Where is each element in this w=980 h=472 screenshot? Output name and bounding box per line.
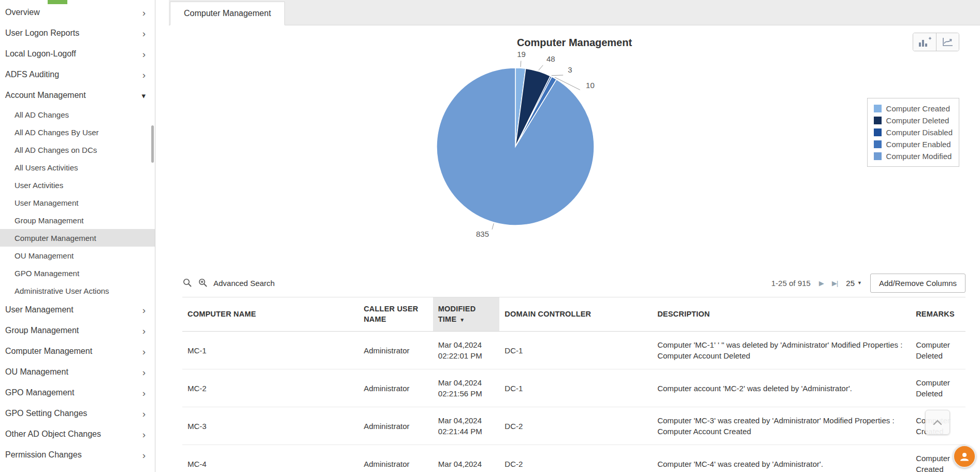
- sidebar-item-local-logon-logoff[interactable]: Local Logon-Logoff›: [0, 44, 155, 64]
- chevron-right-icon: ›: [142, 430, 146, 439]
- cell-caller-user-name: Administrator: [358, 407, 433, 445]
- table-row[interactable]: MC-4AdministratorMar 04,2024DC-2Computer…: [182, 445, 965, 472]
- sidebar-scrollbar-thumb[interactable]: [151, 125, 154, 163]
- last-page-icon[interactable]: ▶|: [832, 279, 838, 287]
- cell-computer-name: MC-1: [182, 332, 358, 369]
- sidebar-item-label: All AD Changes on DCs: [15, 146, 97, 154]
- chevron-right-icon: ›: [142, 49, 146, 59]
- chevron-right-icon: ›: [142, 367, 146, 377]
- search-icon[interactable]: [182, 278, 193, 288]
- sidebar-item-administrative-user-actions[interactable]: Administrative User Actions: [0, 282, 155, 299]
- sidebar-item-all-users-activities[interactable]: All Users Activities: [0, 159, 155, 176]
- sidebar-item-permission-changes[interactable]: Permission Changes›: [0, 445, 155, 465]
- sidebar-item-gpo-management[interactable]: GPO Management›: [0, 382, 155, 403]
- page-size-value: 25: [846, 279, 855, 288]
- legend-swatch: [874, 105, 882, 112]
- sidebar-item-user-logon-reports[interactable]: User Logon Reports›: [0, 23, 155, 44]
- cell-modified-time: Mar 04,2024: [433, 445, 500, 472]
- legend-item-computer-modified: Computer Modified: [874, 150, 953, 162]
- tab-computer-management[interactable]: Computer Management: [170, 2, 285, 25]
- main-content: Computer Management Computer Management: [155, 0, 980, 472]
- chevron-right-icon: ›: [142, 28, 146, 38]
- app-root: Overview›User Logon Reports›Local Logon-…: [0, 0, 980, 472]
- table-row[interactable]: MC-3AdministratorMar 04,2024 02:21:44 PM…: [182, 407, 965, 445]
- table-header-row: COMPUTER NAMECALLER USER NAMEMODIFIED TI…: [182, 297, 965, 332]
- cell-computer-name: MC-2: [182, 369, 358, 407]
- sidebar-item-group-management[interactable]: Group Management›: [0, 320, 155, 341]
- pie-slice-value-label: 3: [568, 65, 572, 74]
- report-table-panel: Advanced Search 1-25 of 915 ▶ ▶| 25 ▼ Ad…: [169, 269, 980, 472]
- sidebar-item-label: All AD Changes: [15, 110, 69, 119]
- sidebar-item-computer-management[interactable]: Computer Management›: [0, 341, 155, 362]
- sidebar-item-computer-management[interactable]: Computer Management: [0, 229, 155, 247]
- scroll-to-top-button[interactable]: [925, 410, 950, 435]
- sidebar-item-user-activities[interactable]: User Activities: [0, 176, 155, 194]
- sidebar-item-label: All Users Activities: [15, 163, 78, 172]
- legend-label: Computer Enabled: [886, 140, 951, 149]
- column-header-computer-name[interactable]: COMPUTER NAME: [182, 297, 358, 332]
- report-table: COMPUTER NAMECALLER USER NAMEMODIFIED TI…: [182, 297, 965, 472]
- sidebar-item-label: ADFS Auditing: [5, 70, 59, 79]
- sidebar-item-label: GPO Management: [15, 269, 79, 278]
- table-toolbar: Advanced Search 1-25 of 915 ▶ ▶| 25 ▼ Ad…: [182, 269, 965, 297]
- table-row[interactable]: MC-2AdministratorMar 04,2024 02:21:56 PM…: [182, 369, 965, 407]
- sidebar-item-gpo-management[interactable]: GPO Management: [0, 264, 155, 282]
- legend-swatch: [874, 140, 882, 148]
- sidebar-item-all-ad-changes-by-user[interactable]: All AD Changes By User: [0, 123, 155, 141]
- cell-computer-name: MC-3: [182, 407, 358, 445]
- column-header-domain-controller[interactable]: DOMAIN CONTROLLER: [499, 297, 652, 332]
- legend-label: Computer Modified: [886, 152, 952, 161]
- chevron-right-icon: ›: [142, 326, 146, 336]
- header-accent-bar: [48, 0, 67, 4]
- sidebar-item-label: GPO Setting Changes: [5, 409, 87, 418]
- advanced-search-icon[interactable]: [198, 278, 208, 288]
- cell-modified-time: Mar 04,2024 02:21:56 PM: [433, 369, 500, 407]
- cell-modified-time: Mar 04,2024 02:21:44 PM: [433, 407, 500, 445]
- sidebar-item-ou-management[interactable]: OU Management: [0, 247, 155, 264]
- next-page-icon[interactable]: ▶: [819, 279, 824, 287]
- sidebar-nav: Overview›User Logon Reports›Local Logon-…: [0, 2, 155, 465]
- sidebar-item-all-ad-changes-on-dcs[interactable]: All AD Changes on DCs: [0, 141, 155, 159]
- column-header-label: REMARKS: [916, 310, 955, 318]
- pie-label-leader-line: [521, 61, 521, 67]
- table-row[interactable]: MC-1AdministratorMar 04,2024 02:22:01 PM…: [182, 332, 965, 369]
- cell-modified-time: Mar 04,2024 02:22:01 PM: [433, 332, 500, 369]
- column-header-modified-time[interactable]: MODIFIED TIME▼: [433, 297, 500, 332]
- cell-description: Computer 'MC-1' ' " was deleted by 'Admi…: [652, 332, 911, 369]
- column-header-remarks[interactable]: REMARKS: [911, 297, 965, 332]
- bar-chart-toggle-button[interactable]: [913, 33, 936, 51]
- line-chart-toggle-button[interactable]: [936, 33, 959, 51]
- column-header-description[interactable]: DESCRIPTION: [652, 297, 911, 332]
- support-chat-button[interactable]: [953, 445, 976, 468]
- table-body: MC-1AdministratorMar 04,2024 02:22:01 PM…: [182, 332, 965, 472]
- sidebar-item-account-management[interactable]: Account Management▾: [0, 85, 155, 106]
- sidebar-item-overview[interactable]: Overview›: [0, 2, 155, 23]
- support-person-icon: [959, 451, 970, 462]
- advanced-search-label[interactable]: Advanced Search: [213, 279, 275, 288]
- sidebar-item-user-management[interactable]: User Management: [0, 194, 155, 211]
- sidebar-item-gpo-setting-changes[interactable]: GPO Setting Changes›: [0, 403, 155, 424]
- pie-slice-value-label: 835: [476, 230, 489, 238]
- sidebar-item-all-ad-changes[interactable]: All AD Changes: [0, 106, 155, 123]
- column-header-caller-user-name[interactable]: CALLER USER NAME: [358, 297, 433, 332]
- cell-domain-controller: DC-2: [499, 407, 652, 445]
- sidebar-item-group-management[interactable]: Group Management: [0, 211, 155, 229]
- sidebar-item-user-management[interactable]: User Management›: [0, 299, 155, 320]
- legend-item-computer-enabled: Computer Enabled: [874, 138, 953, 150]
- chevron-right-icon: ›: [142, 409, 146, 419]
- page-size-dropdown[interactable]: 25 ▼: [846, 279, 862, 288]
- sidebar-item-adfs-auditing[interactable]: ADFS Auditing›: [0, 64, 155, 85]
- sidebar-item-other-ad-object-changes[interactable]: Other AD Object Changes›: [0, 424, 155, 445]
- cell-domain-controller: DC-1: [499, 332, 652, 369]
- pie-slice-computer-modified[interactable]: [437, 68, 594, 225]
- cell-caller-user-name: Administrator: [358, 332, 433, 369]
- caret-down-icon: ▼: [857, 280, 862, 285]
- chevron-down-icon: ▾: [141, 92, 146, 99]
- pie-chart: 1948310835: [388, 28, 647, 262]
- add-remove-columns-button[interactable]: Add/Remove Columns: [870, 274, 965, 293]
- legend-swatch: [874, 152, 882, 160]
- column-header-label: MODIFIED TIME: [438, 305, 476, 323]
- legend-label: Computer Deleted: [886, 116, 949, 125]
- sidebar-item-ou-management[interactable]: OU Management›: [0, 362, 155, 382]
- sort-desc-icon: ▼: [459, 317, 465, 323]
